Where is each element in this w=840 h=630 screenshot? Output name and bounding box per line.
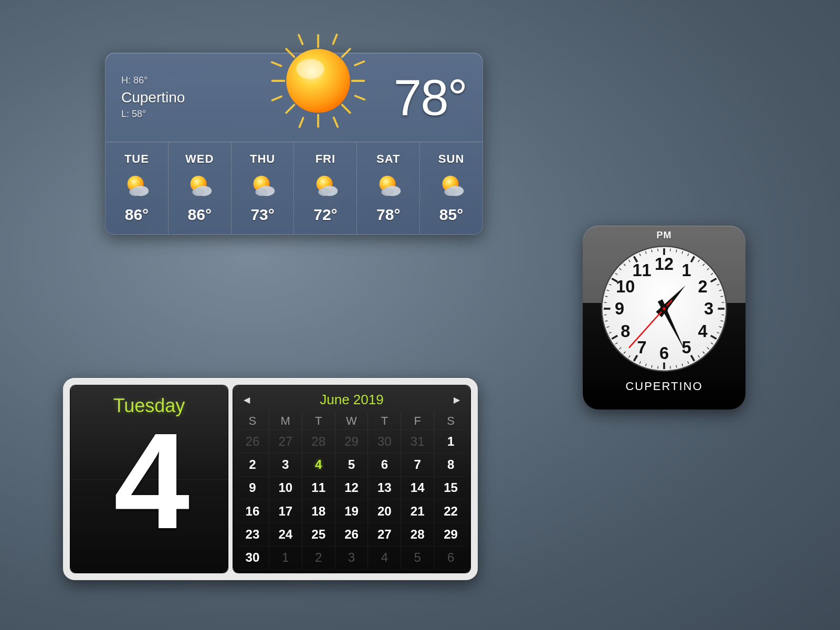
calendar-day-cell[interactable]: 22 [434, 500, 467, 523]
svg-text:1: 1 [681, 261, 691, 280]
svg-point-113 [663, 307, 666, 310]
svg-line-83 [604, 302, 607, 303]
calendar-day-cell[interactable]: 4 [302, 453, 335, 476]
forecast-day-temp: 85° [439, 206, 463, 224]
svg-text:11: 11 [632, 261, 651, 280]
calendar-day-cell: 3 [335, 547, 369, 570]
prev-month-button[interactable]: ◀ [244, 395, 250, 405]
next-month-button[interactable]: ▶ [454, 395, 460, 405]
svg-point-16 [286, 49, 350, 113]
calendar-day-cell[interactable]: 18 [302, 500, 335, 523]
forecast-day-label: SUN [438, 152, 464, 166]
calendar-dow: W [335, 412, 369, 430]
clock-city: CUPERTINO [625, 380, 702, 393]
calendar-day-cell[interactable]: 9 [236, 477, 269, 500]
calendar-day-cell[interactable]: 24 [269, 523, 302, 546]
calendar-day-cell: 29 [335, 430, 369, 453]
clock-ampm: PM [657, 230, 672, 241]
svg-line-7 [286, 105, 294, 113]
calendar-day-cell[interactable]: 29 [434, 523, 467, 546]
calendar-day-cell[interactable]: 17 [269, 500, 302, 523]
calendar-day-cell[interactable]: 5 [335, 453, 369, 476]
weather-city: Cupertino [121, 87, 226, 108]
clock-widget[interactable]: PM 121234567891011 CUPERTINO [583, 226, 746, 410]
forecast-day-label: SAT [376, 152, 400, 166]
calendar-day-cell[interactable]: 7 [401, 453, 434, 476]
weather-forecast-row: TUE 86°WED 86°THU [106, 142, 482, 234]
svg-line-12 [299, 118, 303, 127]
svg-line-14 [272, 62, 281, 66]
weather-low: L: 58° [121, 108, 226, 121]
calendar-day-cell[interactable]: 8 [434, 453, 467, 476]
forecast-day-temp: 86° [188, 206, 212, 224]
partly-sunny-icon [373, 171, 404, 201]
clock-face: 121234567891011 [598, 243, 730, 374]
calendar-day-cell[interactable]: 26 [335, 523, 369, 546]
calendar-widget[interactable]: Tuesday 4 ◀ June 2019 ▶ SMTWTFS262728293… [63, 378, 478, 580]
calendar-day-cell: 2 [302, 547, 335, 570]
calendar-day-cell[interactable]: 1 [434, 430, 467, 453]
calendar-day-cell: 26 [236, 430, 269, 453]
calendar-day-cell[interactable]: 12 [335, 477, 369, 500]
calendar-header: ◀ June 2019 ▶ [236, 390, 467, 412]
calendar-day-cell: 27 [269, 430, 302, 453]
forecast-day[interactable]: TUE 86° [106, 142, 169, 234]
forecast-day[interactable]: WED 86° [169, 142, 232, 234]
calendar-day-cell[interactable]: 11 [302, 477, 335, 500]
calendar-day-cell[interactable]: 16 [236, 500, 269, 523]
forecast-day-temp: 86° [125, 206, 149, 224]
svg-point-17 [296, 59, 324, 79]
svg-text:7: 7 [637, 338, 646, 357]
svg-point-29 [318, 187, 330, 195]
calendar-day-cell: 6 [434, 547, 467, 570]
svg-point-20 [130, 187, 142, 195]
calendar-day-cell: 28 [302, 430, 335, 453]
svg-line-96 [658, 249, 658, 251]
partly-sunny-icon [184, 171, 215, 201]
calendar-dow: T [302, 412, 335, 430]
calendar-day-cell[interactable]: 13 [368, 477, 401, 500]
svg-line-53 [721, 314, 724, 315]
calendar-day-cell[interactable]: 19 [335, 500, 369, 523]
calendar-day-cell[interactable]: 30 [236, 547, 269, 570]
calendar-day-cell[interactable]: 6 [368, 453, 401, 476]
forecast-day[interactable]: THU 73° [232, 142, 295, 234]
calendar-day-cell[interactable]: 23 [236, 523, 269, 546]
svg-line-5 [342, 105, 350, 113]
svg-line-68 [658, 366, 658, 369]
calendar-dow: M [269, 412, 302, 430]
calendar-day-cell[interactable]: 20 [368, 500, 401, 523]
calendar-day-cell[interactable]: 21 [401, 500, 434, 523]
forecast-day-label: FRI [316, 152, 335, 166]
forecast-day-label: THU [250, 152, 275, 166]
calendar-day-cell[interactable]: 25 [302, 523, 335, 546]
partly-sunny-icon [310, 171, 341, 201]
calendar-dow: S [236, 412, 269, 430]
svg-text:9: 9 [615, 299, 624, 318]
calendar-day-cell[interactable]: 28 [401, 523, 434, 546]
forecast-day[interactable]: SAT 78° [357, 142, 420, 234]
forecast-day[interactable]: SUN 85° [420, 142, 482, 234]
calendar-day-cell: 30 [368, 430, 401, 453]
calendar-day-cell[interactable]: 10 [269, 477, 302, 500]
calendar-day-cell[interactable]: 2 [236, 453, 269, 476]
weather-current-temp: 78° [394, 69, 467, 127]
svg-line-66 [670, 366, 670, 369]
svg-line-51 [721, 302, 724, 303]
svg-text:10: 10 [616, 277, 635, 296]
calendar-dow: F [401, 412, 434, 430]
calendar-grid: SMTWTFS262728293031123456789101112131415… [236, 412, 467, 570]
calendar-day-cell: 4 [368, 547, 401, 570]
calendar-day-cell[interactable]: 14 [401, 477, 434, 500]
calendar-dow: S [434, 412, 467, 430]
calendar-month-label: June 2019 [320, 392, 383, 408]
calendar-date-panel: Tuesday 4 [70, 385, 228, 573]
svg-line-15 [299, 35, 302, 44]
weather-widget[interactable]: H: 86° Cupertino L: 58° [105, 52, 483, 235]
calendar-day-cell: 5 [401, 547, 434, 570]
forecast-day[interactable]: FRI 72° [294, 142, 357, 234]
calendar-day-cell[interactable]: 15 [434, 477, 467, 500]
calendar-day-cell[interactable]: 27 [368, 523, 401, 546]
sun-icon [268, 31, 368, 131]
calendar-day-cell[interactable]: 3 [269, 453, 302, 476]
